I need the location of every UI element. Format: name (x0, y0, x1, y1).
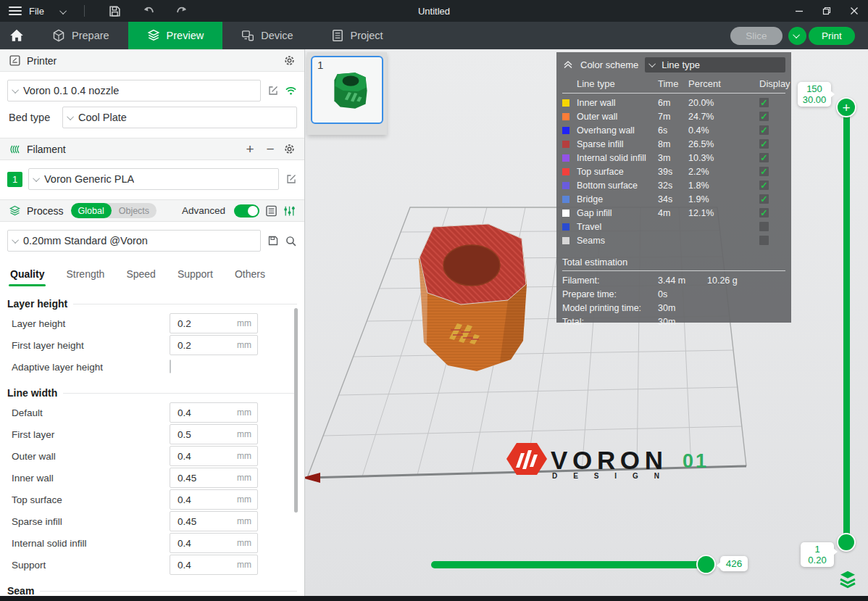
close-button[interactable] (840, 0, 868, 22)
adaptive-layer-height-checkbox[interactable] (170, 360, 171, 373)
filament-edit-icon[interactable] (285, 173, 297, 186)
display-checkbox[interactable]: ✓ (759, 194, 769, 204)
line-type-legend-panel: Color scheme Line type Line type Time Pe… (556, 52, 791, 323)
gcode-move-slider-handle[interactable] (696, 555, 716, 574)
param-row: First layer height 0.2mm (7, 334, 297, 356)
menu-hamburger-icon[interactable] (9, 7, 22, 15)
display-checkbox[interactable]: ✓ (759, 125, 769, 135)
sidebar-scrollbar[interactable] (294, 308, 298, 513)
search-settings-icon[interactable] (285, 235, 297, 247)
display-checkbox[interactable]: ✓ (759, 222, 769, 231)
unit-label: mm (237, 494, 251, 505)
filament-settings-gear-icon[interactable] (283, 143, 296, 155)
process-scope-toggle[interactable]: Global Objects (71, 203, 157, 218)
remove-filament-button[interactable]: − (263, 143, 277, 155)
printer-preset-select[interactable]: Voron 0.1 0.4 nozzle (7, 80, 261, 101)
title-bar: File Untitled (0, 0, 868, 22)
printer-connection-wifi-icon[interactable] (285, 85, 297, 97)
tab-project[interactable]: Project (312, 22, 402, 49)
advanced-label: Advanced (182, 205, 225, 216)
process-preset-select[interactable]: 0.20mm Standard @Voron (7, 230, 261, 252)
param-label: Layer height (7, 318, 65, 329)
tab-others[interactable]: Others (235, 268, 265, 286)
print-dropdown-chevron[interactable] (788, 27, 806, 45)
settings-sidebar: Printer Voron 0.1 0.4 nozzle Bed type Co… (0, 49, 305, 596)
parameter-table-icon[interactable] (283, 204, 296, 217)
display-checkbox[interactable]: ✓ (759, 139, 769, 149)
line-type-swatch (562, 182, 569, 189)
legend-row: Internal solid infill3m10.3%✓ (562, 151, 785, 165)
param-row: Default 0.4mm (7, 402, 297, 423)
redo-icon[interactable] (175, 4, 189, 18)
main-tab-bar: Prepare Preview Device Project Slice Pri… (0, 22, 868, 49)
filament-preset-select[interactable]: Voron Generic PLA (28, 168, 279, 190)
total-row: Filament:3.44 m10.26 g (562, 273, 785, 287)
filament-preset-value: Voron Generic PLA (44, 173, 134, 185)
plate-thumbnail[interactable]: 1 (311, 56, 383, 124)
advanced-toggle[interactable] (234, 204, 259, 217)
gcode-move-tooltip: 426 (720, 556, 748, 571)
home-button[interactable] (0, 22, 33, 49)
tab-device[interactable]: Device (222, 22, 312, 49)
legend-column-headers: Line type Time Percent Display (562, 75, 785, 92)
param-row: Support 0.4mm (7, 554, 297, 576)
unit-label: mm (237, 560, 251, 570)
seam-section-title: Seam (7, 585, 297, 596)
window-title: Untitled (418, 6, 450, 17)
top-layer-number: 150 (801, 83, 828, 94)
preview-3d-viewport[interactable]: VORON D E S I G N 01 1 (305, 49, 868, 596)
save-preset-icon[interactable] (267, 235, 279, 247)
tab-strength[interactable]: Strength (66, 268, 104, 286)
printer-edit-icon[interactable] (267, 85, 279, 97)
scope-global[interactable]: Global (71, 203, 112, 218)
file-menu[interactable]: File (29, 6, 44, 17)
print-button[interactable]: Print (809, 27, 855, 45)
layer-slider-top-handle[interactable]: + (836, 97, 856, 117)
display-checkbox[interactable]: ✓ (759, 167, 769, 176)
printer-settings-gear-icon[interactable] (283, 54, 296, 67)
minimize-button[interactable] (785, 0, 813, 22)
scope-objects[interactable]: Objects (112, 203, 157, 218)
parameter-list-icon[interactable] (265, 204, 277, 217)
unit-label: mm (237, 451, 251, 461)
display-checkbox[interactable]: ✓ (759, 236, 769, 245)
tab-quality[interactable]: Quality (10, 268, 44, 286)
bed-type-select[interactable]: Cool Plate (62, 107, 297, 128)
file-menu-chevron-icon[interactable] (62, 4, 67, 17)
slice-button[interactable]: Slice (730, 27, 783, 45)
save-icon[interactable] (108, 4, 122, 18)
legend-row: Outer wall7m24.7%✓ (562, 109, 785, 123)
display-checkbox[interactable]: ✓ (759, 153, 769, 162)
printer-section-title: Printer (27, 55, 57, 67)
gcode-move-slider[interactable] (431, 561, 714, 568)
layer-range-slider[interactable] (843, 109, 850, 544)
layer-slider-bottom-handle[interactable] (837, 533, 856, 552)
layers-view-icon[interactable] (837, 568, 859, 590)
unit-label: mm (237, 318, 251, 328)
line-type-swatch (562, 99, 569, 107)
color-scheme-label: Color scheme (580, 59, 638, 70)
total-row: Total:30m (562, 315, 785, 328)
color-scheme-select[interactable]: Line type (645, 57, 785, 72)
maximize-button[interactable] (813, 0, 840, 22)
display-checkbox[interactable]: ✓ (759, 208, 769, 217)
display-checkbox[interactable]: ✓ (759, 181, 769, 190)
add-filament-button[interactable]: + (243, 143, 257, 155)
filament-slot-badge[interactable]: 1 (7, 172, 22, 187)
legend-row: Top surface39s2.2%✓ (562, 165, 785, 178)
display-checkbox[interactable]: ✓ (759, 98, 769, 107)
plate-number: 1 (317, 59, 323, 71)
printer-section-header: Printer (0, 49, 304, 72)
filament-icon (9, 143, 21, 155)
color-scheme-value: Line type (662, 59, 700, 70)
tab-preview[interactable]: Preview (128, 22, 223, 49)
undo-icon[interactable] (141, 4, 156, 18)
tab-prepare[interactable]: Prepare (33, 22, 128, 49)
tab-support[interactable]: Support (178, 268, 213, 286)
unit-label: mm (237, 407, 251, 418)
param-label: Sparse infill (7, 516, 62, 527)
collapse-legend-icon[interactable] (562, 59, 574, 71)
display-checkbox[interactable]: ✓ (759, 112, 769, 121)
tab-speed[interactable]: Speed (126, 268, 155, 286)
line-type-swatch (562, 154, 569, 162)
